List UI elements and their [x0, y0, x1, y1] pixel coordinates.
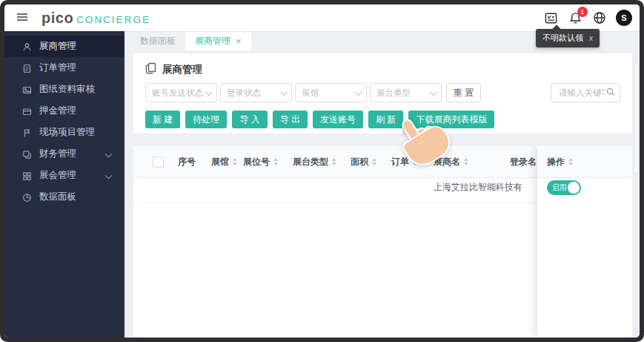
globe-icon[interactable]	[591, 10, 608, 26]
app-window: pico CONCIERGE 1 S 不明款认领 x	[4, 4, 640, 338]
chevron-down-icon	[430, 88, 437, 96]
action-button-row: 新 建 待处理 导 入 导 出 发送账号 刷 新 下载展商列表模版	[145, 111, 620, 128]
sidebar-item-onsite-project-mgmt[interactable]: 现场项目管理	[4, 122, 125, 143]
header-booth-type[interactable]: 展台类型	[293, 156, 351, 168]
header-area[interactable]: 面积	[351, 156, 391, 168]
chevron-down-icon	[205, 88, 213, 96]
onsite-project-icon	[22, 128, 32, 137]
search-box	[551, 83, 620, 102]
export-button[interactable]: 导 出	[273, 111, 308, 128]
download-template-button[interactable]: 下载展商列表模版	[408, 111, 494, 128]
cell-exhibitor-name: 上海艾拉比智能科技有	[434, 178, 510, 194]
document-copy-icon	[145, 62, 156, 77]
filter-booth-type[interactable]: 展台类型	[370, 83, 442, 102]
exhibitor-table-panel: 序号 展馆 展位号 展台类型 面积 订单 展商名 登录名 上海艾拉比智能科技有	[133, 146, 632, 338]
tooltip-text: 不明款认领	[542, 33, 583, 44]
filter-hall[interactable]: 展馆	[295, 83, 367, 102]
sort-icon	[568, 158, 573, 165]
refresh-button[interactable]: 刷 新	[368, 111, 403, 128]
header-no: 序号	[178, 156, 211, 168]
reset-button[interactable]: 重 置	[446, 83, 481, 102]
pending-button[interactable]: 待处理	[185, 111, 227, 128]
chevron-down-icon	[355, 88, 362, 96]
sort-icon	[372, 158, 376, 165]
sidebar-item-deposit-mgmt[interactable]: 押金管理	[4, 100, 125, 122]
sidebar-item-drawing-review[interactable]: 图纸资料审核	[4, 79, 125, 100]
select-all-checkbox[interactable]	[153, 157, 164, 168]
chevron-down-icon	[280, 88, 288, 96]
import-button[interactable]: 导 入	[232, 111, 267, 128]
sort-icon	[413, 158, 417, 165]
filter-login-status[interactable]: 登录状态	[220, 83, 292, 102]
close-icon[interactable]: ×	[236, 36, 242, 46]
search-input[interactable]	[557, 88, 606, 98]
sort-icon	[332, 158, 336, 165]
deposit-icon	[22, 106, 32, 116]
enable-toggle[interactable]: 启用	[547, 180, 581, 195]
sidebar: 展商管理 订单管理 图纸资料审核 押金管理 现场项目管理 财务管理	[4, 31, 125, 338]
logo: pico CONCIERGE	[42, 10, 150, 27]
header-exhibitor-name[interactable]: 展商名	[434, 156, 510, 168]
send-account-button[interactable]: 发送账号	[313, 111, 363, 128]
filter-account-send-status[interactable]: 账号发送状态	[145, 83, 217, 102]
drawing-review-icon	[22, 85, 32, 94]
sidebar-item-finance-mgmt[interactable]: 财务管理	[4, 143, 125, 165]
page-title: 展商管理	[162, 63, 202, 76]
chevron-down-icon	[105, 172, 113, 180]
sidebar-item-exhibitor-mgmt[interactable]: 展商管理	[4, 36, 125, 57]
top-bar: pico CONCIERGE 1 S	[4, 4, 640, 32]
action-row-partial: 启用	[537, 178, 632, 200]
scrollbar-thumb[interactable]	[634, 62, 639, 174]
finance-icon	[22, 149, 32, 159]
chevron-down-icon	[105, 151, 113, 158]
sidebar-item-exhibition-mgmt[interactable]: 展会管理	[4, 165, 125, 186]
header-hall[interactable]: 展馆	[211, 156, 243, 168]
tooltip-close-icon[interactable]: x	[589, 34, 593, 42]
vertical-scrollbar[interactable]	[634, 52, 639, 336]
header-booth[interactable]: 展位号	[243, 156, 293, 168]
order-icon	[22, 63, 32, 73]
search-icon[interactable]	[606, 86, 615, 99]
logo-pico: pico	[42, 10, 73, 27]
unclaimed-funds-tooltip: 不明款认领 x	[536, 29, 600, 47]
filter-row: 账号发送状态 登录状态 展馆 展台类型 重 置	[145, 83, 620, 102]
sort-icon	[233, 158, 237, 165]
dashboard-icon	[22, 192, 32, 202]
page-title-row: 展商管理	[145, 63, 620, 76]
header-order[interactable]: 订单	[391, 156, 434, 168]
new-button[interactable]: 新 建	[145, 111, 180, 128]
claim-list-icon[interactable]	[542, 10, 559, 26]
logo-concierge: CONCIERGE	[76, 14, 150, 25]
toolbar-panel: 展商管理 账号发送状态 登录状态 展馆 展台类型 重 置	[133, 53, 632, 134]
bell-icon[interactable]: 1	[567, 10, 583, 26]
sort-icon	[273, 158, 278, 165]
avatar[interactable]: S	[616, 10, 632, 26]
exhibition-icon	[22, 171, 32, 180]
hamburger-menu-icon[interactable]	[17, 13, 27, 22]
sidebar-item-order-mgmt[interactable]: 订单管理	[4, 57, 125, 79]
main-area: 数据面板 展商管理 × 展商管理 账号发送状态	[125, 31, 640, 338]
header-action[interactable]: 操作	[537, 146, 632, 178]
tab-data-panel[interactable]: 数据面板	[130, 31, 185, 50]
screenshot-frame: pico CONCIERGE 1 S 不明款认领 x	[0, 0, 644, 342]
notification-badge: 1	[577, 7, 588, 17]
exhibitor-icon	[22, 42, 32, 51]
sort-icon	[464, 158, 468, 165]
action-column: 操作 启用	[537, 146, 632, 338]
tab-exhibitor-mgmt[interactable]: 展商管理 ×	[185, 31, 251, 50]
sidebar-item-data-panel[interactable]: 数据面板	[4, 186, 125, 208]
